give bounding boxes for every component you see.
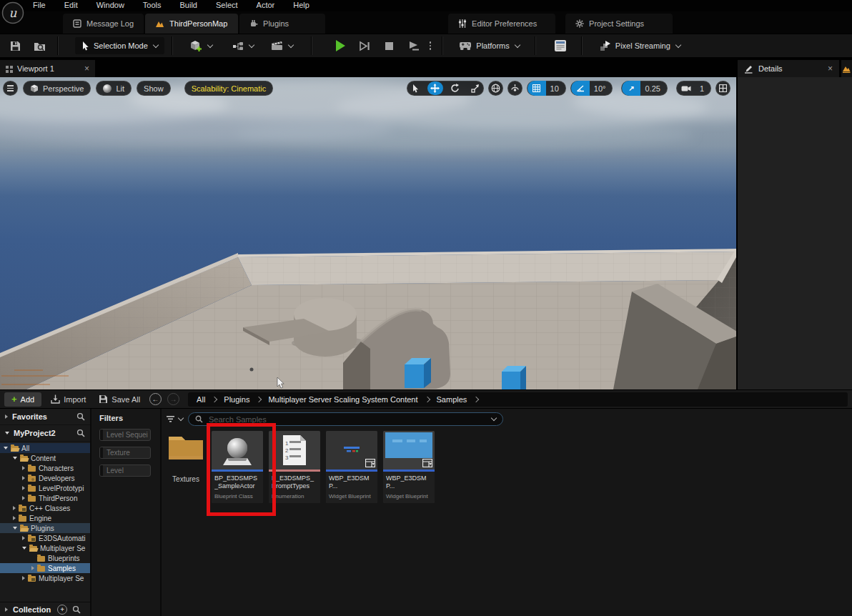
lit-dropdown[interactable]: Lit: [96, 81, 132, 96]
menu-actor[interactable]: Actor: [257, 1, 275, 9]
tree-item-samples[interactable]: Samples: [0, 563, 90, 573]
project-header[interactable]: MyProject2: [0, 425, 90, 442]
menu-file[interactable]: File: [33, 1, 46, 9]
close-icon[interactable]: ×: [84, 64, 89, 73]
world-coordinate-icon[interactable]: [488, 81, 503, 96]
tab-message-log[interactable]: Message Log: [63, 14, 144, 34]
tree-item-engine[interactable]: Engine: [0, 513, 90, 523]
tree-item-plugins[interactable]: Plugins: [0, 523, 90, 533]
platforms-dropdown[interactable]: Platforms: [454, 37, 524, 54]
viewport-options-menu[interactable]: [3, 81, 18, 96]
tree-item-multiplayer-server[interactable]: Multiplayer Se: [0, 543, 90, 553]
lit-sphere-icon: [103, 84, 112, 93]
tab-third-person-map[interactable]: ThirdPersonMap: [145, 14, 238, 34]
viewport-grid-icon: [6, 66, 9, 69]
maximize-viewport-icon[interactable]: [715, 81, 730, 96]
menu-build[interactable]: Build: [180, 1, 197, 9]
camera-speed-control[interactable]: 1: [676, 81, 711, 96]
asset-card-bp-sampleactor[interactable]: BP_E3DSMPS_SampleActor Blueprint Class: [212, 431, 263, 503]
search-icon[interactable]: [72, 605, 81, 614]
rotate-tool-icon[interactable]: [447, 81, 463, 95]
tree-item-developers[interactable]: Developers: [0, 473, 90, 483]
selection-mode-dropdown[interactable]: Selection Mode: [75, 37, 164, 54]
filter-texture[interactable]: Texture: [99, 447, 151, 459]
add-actor-dropdown[interactable]: [185, 37, 217, 54]
show-dropdown[interactable]: Show: [137, 81, 171, 96]
add-collection-icon[interactable]: +: [57, 605, 67, 615]
tree-item-blueprints[interactable]: Blueprints: [0, 553, 90, 563]
tree-item-levelprototyping[interactable]: LevelPrototypi: [0, 483, 90, 493]
unreal-logo-icon[interactable]: u: [1, 1, 24, 24]
tab-details[interactable]: Details ×: [738, 60, 839, 77]
tree-item-multiplayer-server-cpp[interactable]: Multiplayer Se: [0, 573, 90, 583]
cursor-icon: [81, 41, 89, 51]
breadcrumb-all[interactable]: All: [197, 395, 205, 404]
filter-level-sequence[interactable]: Level Sequei: [99, 429, 151, 441]
viewport-3d-canvas[interactable]: Perspective Lit Show Scalability: Cinema…: [0, 77, 736, 389]
search-input[interactable]: [207, 414, 486, 424]
tree-item-cpp-classes[interactable]: C++ Classes: [0, 503, 90, 513]
stop-button[interactable]: [379, 37, 400, 54]
tree-item-characters[interactable]: Characters: [0, 463, 90, 473]
close-icon[interactable]: ×: [828, 64, 833, 73]
scale-tool-icon[interactable]: [467, 81, 483, 95]
back-button[interactable]: ←: [149, 393, 162, 405]
asset-folder-textures[interactable]: Textures: [166, 431, 206, 483]
tab-viewport-1[interactable]: Viewport 1 ×: [0, 60, 95, 77]
pencil-icon: [744, 64, 753, 74]
content-browser-button[interactable]: [29, 37, 50, 54]
grid-snap-control[interactable]: 10: [527, 81, 566, 96]
breadcrumb-plugins[interactable]: Plugins: [224, 395, 249, 404]
frame-skip-button[interactable]: [355, 37, 376, 54]
asset-card-enum-prompttypes[interactable]: 123 E_E3DSMPS_PromptTypes Enumeration: [269, 431, 320, 503]
perspective-dropdown[interactable]: Perspective: [23, 81, 91, 96]
scalability-badge[interactable]: Scalability: Cinematic: [184, 81, 274, 96]
move-tool-icon[interactable]: [427, 81, 443, 95]
tree-item-thirdperson[interactable]: ThirdPerson: [0, 493, 90, 503]
menu-tools[interactable]: Tools: [143, 1, 162, 9]
blueprints-dropdown[interactable]: [227, 37, 259, 54]
search-icon[interactable]: [76, 412, 85, 421]
asset-card-wbp-1[interactable]: WBP_E3DSMP... Widget Blueprint: [326, 431, 377, 503]
cinematics-dropdown[interactable]: [266, 37, 298, 54]
widget-thumbnail: [326, 431, 377, 470]
tree-item-e3dsautomation[interactable]: E3DSAutomati: [0, 533, 90, 543]
menu-select[interactable]: Select: [216, 1, 238, 9]
eject-button[interactable]: [403, 37, 425, 54]
scale-snap-control[interactable]: ↗ 0.25: [621, 81, 667, 96]
collection-header[interactable]: Collection +: [0, 602, 90, 616]
tab-editor-preferences[interactable]: Editor Preferences: [448, 14, 555, 34]
chevron-right-icon: [473, 396, 479, 402]
chevron-down-icon[interactable]: [491, 415, 497, 421]
asset-card-wbp-2[interactable]: WBP_E3DSMP... Widget Blueprint: [383, 431, 435, 503]
tab-project-settings[interactable]: Project Settings: [565, 14, 673, 34]
menu-help[interactable]: Help: [293, 1, 309, 9]
device-preview-button[interactable]: [550, 37, 571, 54]
surface-snapping-icon[interactable]: [507, 81, 522, 96]
filter-level[interactable]: Level: [99, 465, 151, 477]
filter-funnel-icon[interactable]: [166, 415, 183, 423]
select-tool-icon[interactable]: [407, 81, 423, 95]
filters-title: Filters: [99, 414, 154, 422]
toolbar-separator: [172, 36, 172, 55]
search-icon[interactable]: [76, 429, 85, 437]
tab-plugins[interactable]: Plugins: [239, 14, 325, 34]
pixel-streaming-dropdown[interactable]: Pixel Streaming: [595, 37, 685, 54]
save-all-button[interactable]: Save All: [95, 394, 144, 404]
play-options-icon[interactable]: [427, 41, 434, 50]
asset-name: E_E3DSMPS_PromptTypes: [272, 475, 317, 490]
tab-world-settings-collapsed[interactable]: [841, 60, 852, 77]
rotation-snap-control[interactable]: 10°: [570, 81, 613, 96]
tree-item-content[interactable]: Content: [0, 453, 90, 463]
play-button[interactable]: [330, 37, 352, 54]
tree-item-all[interactable]: All: [0, 443, 90, 453]
add-button[interactable]: + Add: [4, 392, 41, 407]
import-button[interactable]: Import: [47, 394, 89, 404]
save-button[interactable]: [4, 37, 26, 54]
breadcrumb-samples[interactable]: Samples: [437, 395, 467, 404]
menu-window[interactable]: Window: [96, 1, 124, 9]
menu-edit[interactable]: Edit: [64, 1, 78, 9]
forward-button[interactable]: →: [167, 393, 179, 405]
favorites-header[interactable]: Favorites: [0, 409, 90, 425]
breadcrumb-plugin-content[interactable]: Multiplayer Server Scaling System Conten…: [268, 395, 417, 404]
